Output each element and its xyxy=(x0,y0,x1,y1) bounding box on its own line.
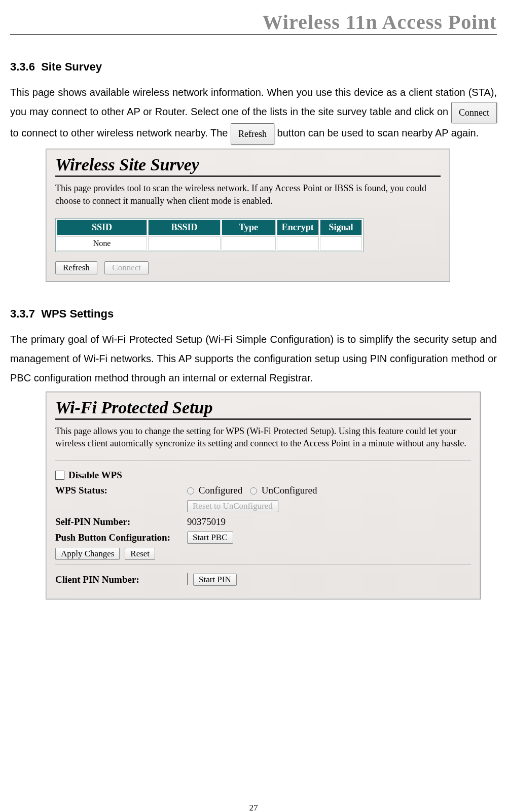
client-pin-row: Client PIN Number: Start PIN xyxy=(55,574,471,586)
self-pin-row: Self-PIN Number: 90375019 xyxy=(55,516,471,527)
refresh-button-inline[interactable]: Refresh xyxy=(231,123,274,145)
wps-status-row: WPS Status: Configured UnConfigured xyxy=(55,485,471,496)
page-header-title: Wireless 11n Access Point xyxy=(10,10,497,34)
survey-desc: This page provides tool to scan the wire… xyxy=(55,182,441,207)
col-signal: Signal xyxy=(320,220,362,235)
wps-status-value: Configured UnConfigured xyxy=(187,485,471,496)
disable-wps-row: Disable WPS xyxy=(55,470,471,481)
survey-title: Wireless Site Survey xyxy=(55,155,441,177)
pbc-label: Push Button Configuration: xyxy=(55,532,187,543)
client-pin-input[interactable] xyxy=(187,573,188,585)
connect-button[interactable]: Connect xyxy=(104,261,149,274)
section-2-number: 3.3.7 xyxy=(10,307,35,320)
section-heading-1: 3.3.6 Site Survey xyxy=(10,60,497,74)
section-2-paragraph: The primary goal of Wi-Fi Protected Setu… xyxy=(10,330,497,387)
cell-none: None xyxy=(57,236,147,251)
disable-wps-label: Disable WPS xyxy=(68,470,122,481)
apply-reset-row: Apply Changes Reset xyxy=(55,548,471,560)
col-bssid: BSSID xyxy=(148,220,221,235)
wps-title: Wi-Fi Protected Setup xyxy=(55,398,471,420)
disable-wps-checkbox[interactable] xyxy=(55,471,64,480)
reset-button[interactable]: Reset xyxy=(125,548,155,560)
survey-row-none: None xyxy=(57,236,362,251)
divider-2 xyxy=(55,564,471,564)
p1-text-c: button can be used to scan nearby AP aga… xyxy=(277,128,479,139)
connect-button-inline[interactable]: Connect xyxy=(451,102,497,123)
radio-configured[interactable] xyxy=(187,487,194,495)
wps-screenshot: Wi-Fi Protected Setup This page allows y… xyxy=(46,392,481,599)
section-1-title: Site Survey xyxy=(41,60,102,73)
refresh-button[interactable]: Refresh xyxy=(55,261,97,274)
self-pin-value: 90375019 xyxy=(187,516,471,527)
p1-text-a: This page shows available wireless netwo… xyxy=(10,87,497,117)
col-ssid: SSID xyxy=(57,220,147,235)
col-encrypt: Encrypt xyxy=(277,220,319,235)
p1-text-b: to connect to other wireless network nea… xyxy=(10,128,231,139)
client-pin-label: Client PIN Number: xyxy=(55,574,187,585)
section-heading-2: 3.3.7 WPS Settings xyxy=(10,307,497,321)
start-pin-button[interactable]: Start PIN xyxy=(193,574,237,586)
pbc-row: Push Button Configuration: Start PBC xyxy=(55,532,471,544)
configured-label: Configured xyxy=(199,485,243,496)
site-survey-screenshot: Wireless Site Survey This page provides … xyxy=(46,149,450,282)
header-bar: Wireless 11n Access Point xyxy=(10,10,497,35)
survey-table: SSID BSSID Type Encrypt Signal None xyxy=(55,218,364,252)
start-pbc-button[interactable]: Start PBC xyxy=(187,532,233,544)
apply-changes-button[interactable]: Apply Changes xyxy=(55,548,120,560)
reset-unconfigured-button[interactable]: Reset to UnConfigured xyxy=(187,500,278,512)
page-number: 27 xyxy=(0,803,507,812)
col-type: Type xyxy=(222,220,276,235)
self-pin-label: Self-PIN Number: xyxy=(55,516,187,527)
section-1-paragraph: This page shows available wireless netwo… xyxy=(10,83,497,145)
divider-1 xyxy=(55,460,471,461)
survey-header-row: SSID BSSID Type Encrypt Signal xyxy=(57,220,362,235)
section-2-title: WPS Settings xyxy=(41,307,114,320)
unconfigured-label: UnConfigured xyxy=(262,485,317,496)
wps-desc: This page allows you to change the setti… xyxy=(55,425,471,450)
section-1-number: 3.3.6 xyxy=(10,60,35,73)
wps-status-label: WPS Status: xyxy=(55,485,187,496)
radio-unconfigured[interactable] xyxy=(250,487,257,495)
reset-unconfigured-row: Reset to UnConfigured xyxy=(55,500,471,512)
